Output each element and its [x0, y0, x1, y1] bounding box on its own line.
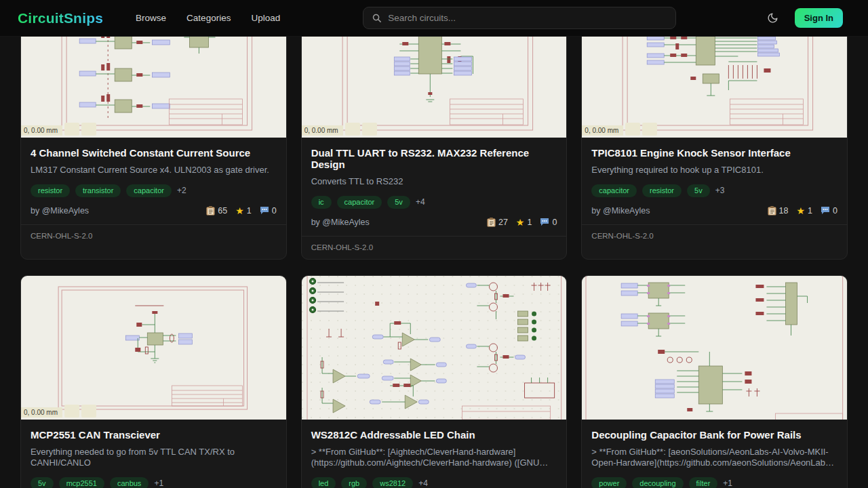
circuit-card[interactable]: 0, 0.00 mm Dual TTL UART to RS232. MAX23… [301, 0, 568, 260]
tag[interactable]: 5v [31, 477, 54, 488]
schematic-thumbnail [302, 276, 567, 420]
card-description: LM317 Constant Current Source x4. ULN200… [31, 165, 277, 176]
viewer-badge [64, 123, 79, 136]
star-count: 1 [527, 218, 532, 227]
nav-categories[interactable]: Categories [186, 13, 231, 23]
clipboard-icon [487, 218, 496, 227]
circuit-card[interactable]: WS2812C Addressable LED Chain > **From G… [301, 275, 568, 488]
copy-count: 65 [218, 206, 227, 216]
speech-bubble-icon [260, 206, 269, 215]
circuit-card-grid: 0, 0.00 mm 4 Channel Switched Constant C… [0, 0, 868, 488]
card-title: WS2812C Addressable LED Chain [311, 429, 557, 441]
theme-toggle-button[interactable] [764, 9, 783, 28]
cursor-coordinates: 0, 0.00 mm [21, 125, 62, 136]
tag[interactable]: filter [689, 477, 718, 488]
card-author: by @MikeAyles [311, 218, 370, 227]
viewer-badge [362, 123, 377, 136]
more-tags-count: +3 [715, 186, 725, 195]
tag-list: capacitor resistor 5v +3 [591, 184, 837, 197]
schematic-preview [302, 276, 567, 420]
license-label: CERN-OHL-S-2.0 [582, 224, 847, 247]
card-title: Decoupling Capacitor Bank for Power Rail… [591, 429, 837, 441]
search-input[interactable] [388, 13, 667, 23]
moon-icon [767, 12, 778, 24]
viewer-badge [642, 123, 657, 136]
tag[interactable]: decoupling [632, 477, 683, 488]
tag[interactable]: 5v [687, 184, 710, 197]
nav-browse[interactable]: Browse [136, 13, 166, 23]
copy-count: 27 [498, 218, 508, 227]
app-logo[interactable]: CircuitSnips [18, 10, 103, 26]
circuit-card[interactable]: Decoupling Capacitor Bank for Power Rail… [581, 275, 848, 488]
card-description: Converts TTL to RS232 [311, 176, 557, 188]
star-icon: ★ [516, 218, 525, 227]
viewer-status-bar: 0, 0.00 mm [21, 123, 96, 136]
tag[interactable]: capacitor [337, 196, 382, 209]
more-tags-count: +4 [418, 479, 428, 488]
tag[interactable]: capacitor [126, 184, 172, 197]
tag[interactable]: ws2812 [372, 477, 413, 488]
card-author: by @MikeAyles [591, 206, 650, 216]
tag[interactable]: ic [311, 196, 332, 209]
cursor-coordinates: 0, 0.00 mm [582, 125, 623, 136]
viewer-badge [64, 405, 79, 418]
circuit-card[interactable]: 0, 0.00 mm MCP2551 CAN Transciever Every… [20, 275, 287, 488]
tag[interactable]: led [311, 477, 336, 488]
viewer-badge [81, 123, 96, 136]
star-icon: ★ [797, 206, 806, 216]
clipboard-icon [206, 206, 215, 216]
schematic-preview [582, 276, 847, 420]
viewer-status-bar: 0, 0.00 mm [21, 405, 96, 418]
card-title: Dual TTL UART to RS232. MAX232 Reference… [311, 147, 557, 170]
schematic-thumbnail [582, 276, 847, 420]
tag[interactable]: transistor [75, 184, 121, 197]
circuit-card[interactable]: 0, 0.00 mm 4 Channel Switched Constant C… [20, 0, 287, 260]
schematic-thumbnail: 0, 0.00 mm [21, 276, 286, 420]
tag[interactable]: mcp2551 [59, 477, 104, 488]
tag-list: ic capacitor 5v +4 [311, 196, 557, 209]
card-stats: 65 ★1 0 [206, 206, 276, 216]
viewer-badge [81, 405, 96, 418]
comment-count: 0 [833, 206, 837, 216]
viewer-status-bar: 0, 0.00 mm [302, 123, 377, 136]
card-description: Everything required to hook up a TPIC810… [591, 165, 837, 176]
viewer-badge [345, 123, 360, 136]
tag[interactable]: canbus [110, 477, 149, 488]
comment-count: 0 [272, 206, 277, 216]
clipboard-icon [768, 206, 776, 216]
tag[interactable]: capacitor [591, 184, 637, 197]
star-count: 1 [808, 206, 812, 216]
viewer-status-bar: 0, 0.00 mm [582, 123, 657, 136]
card-stats: 27 ★1 0 [487, 218, 557, 227]
tag[interactable]: resistor [31, 184, 70, 197]
cursor-coordinates: 0, 0.00 mm [302, 125, 343, 136]
top-navbar: CircuitSnips Browse Categories Upload Si… [0, 0, 868, 37]
tag[interactable]: 5v [387, 196, 410, 209]
star-count: 1 [247, 206, 252, 216]
speech-bubble-icon [821, 206, 830, 215]
circuit-card[interactable]: 0, 0.00 mm TPIC8101 Engine Knock Sensor … [581, 0, 848, 260]
tag-list: resistor transistor capacitor +2 [31, 184, 277, 197]
nav-upload[interactable]: Upload [251, 13, 280, 23]
search-bar[interactable] [363, 7, 676, 29]
tag[interactable]: power [591, 477, 627, 488]
main-nav: Browse Categories Upload [136, 13, 280, 23]
cursor-coordinates: 0, 0.00 mm [21, 407, 62, 418]
search-icon [372, 13, 382, 23]
more-tags-count: +1 [154, 479, 163, 488]
license-label: CERN-OHL-S-2.0 [302, 236, 567, 259]
card-author: by @MikeAyles [31, 206, 89, 216]
more-tags-count: +1 [723, 479, 732, 488]
card-title: TPIC8101 Engine Knock Sensor Interface [591, 147, 837, 159]
sign-in-button[interactable]: Sign In [795, 8, 843, 28]
card-stats: 18 ★1 0 [768, 206, 837, 216]
copy-count: 18 [779, 206, 789, 216]
card-description: > **From GitHub**: [Aightech/CleverHand-… [311, 447, 557, 469]
more-tags-count: +2 [177, 186, 186, 195]
license-label: CERN-OHL-S-2.0 [21, 224, 286, 247]
card-description: Everything needed to go from 5v TTL CAN … [31, 447, 277, 469]
tag[interactable]: rgb [341, 477, 367, 488]
card-title: MCP2551 CAN Transciever [31, 429, 277, 441]
tag[interactable]: resistor [642, 184, 682, 197]
tag-list: led rgb ws2812 +4 [311, 477, 557, 488]
